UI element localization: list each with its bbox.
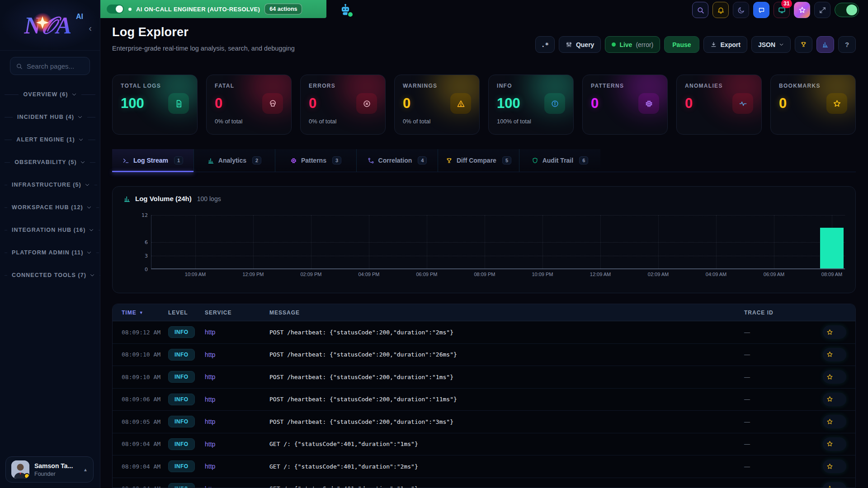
help-button[interactable]: ? <box>838 36 856 53</box>
stat-card-anomalies[interactable]: ANOMALIES 0 <box>676 75 762 135</box>
regex-button[interactable]: .* <box>535 36 555 53</box>
table-row[interactable]: 08:09:12 AM INFO http POST /heartbeat: {… <box>113 321 855 344</box>
stat-card-info[interactable]: INFO 100 100% of total <box>488 75 574 135</box>
sidebar-item-platform-admin-11[interactable]: PLATFORM ADMIN (11) <box>0 241 100 264</box>
tab-patterns[interactable]: Patterns 3 <box>275 149 356 172</box>
stat-card-warnings[interactable]: WARNINGS 0 0% of total <box>394 75 480 135</box>
expand-button[interactable] <box>814 2 830 18</box>
user-card[interactable]: Samson Ta... Founder ▲ <box>5 456 94 483</box>
app-logo[interactable]: N𝒪A AI <box>0 0 100 51</box>
gridline <box>600 215 601 268</box>
divider <box>5 185 7 185</box>
sidebar-item-label: WORKSPACE HUB (12) <box>12 204 83 211</box>
tab-correlation[interactable]: Correlation 4 <box>356 149 438 172</box>
volume-bar[interactable] <box>820 228 844 268</box>
table-row[interactable]: 08:09:10 AM INFO http POST /heartbeat: {… <box>113 344 855 366</box>
stat-value: 0 <box>403 95 410 112</box>
stat-card-total-logs[interactable]: TOTAL LOGS 100 <box>112 75 198 135</box>
sidebar-item-overview-6[interactable]: OVERVIEW (6) <box>0 83 100 106</box>
bell-button[interactable] <box>712 2 729 18</box>
bookmark-row-button[interactable] <box>823 370 846 384</box>
x-axis-tick: 12:09 AM <box>590 272 611 277</box>
git-branch-icon <box>368 157 374 164</box>
user-name: Samson Ta... <box>34 462 78 469</box>
x-axis-tick: 06:09 PM <box>416 272 437 277</box>
oncall-toggle[interactable] <box>107 5 124 14</box>
bookmark-row-button[interactable] <box>823 482 846 488</box>
divider <box>5 207 7 208</box>
query-button[interactable]: Query <box>559 36 601 53</box>
chevron-down-icon <box>89 227 94 233</box>
stat-card-errors[interactable]: ERRORS 0 0% of total <box>300 75 386 135</box>
tab-shortcut-badge: 4 <box>418 156 427 164</box>
format-select[interactable]: JSON <box>751 36 791 53</box>
sidebar-item-label: OVERVIEW (6) <box>23 91 68 98</box>
tab-log-stream[interactable]: Log Stream 1 <box>112 149 193 172</box>
bookmark-row-button[interactable] <box>823 437 846 451</box>
bookmark-row-button[interactable] <box>823 348 846 361</box>
tab-diff-compare[interactable]: Diff Compare 5 <box>438 149 519 172</box>
tab-analytics[interactable]: Analytics 2 <box>193 149 275 172</box>
chat-button[interactable] <box>753 2 769 18</box>
gridline <box>485 215 485 268</box>
bookmark-row-button[interactable] <box>823 460 846 473</box>
log-level-badge: INFO <box>168 349 195 361</box>
sidebar-item-label: CONNECTED TOOLS (7) <box>12 272 86 278</box>
sidebar-item-infrastructure-5[interactable]: INFRASTRUCTURE (5) <box>0 174 100 196</box>
sidebar-collapse-button[interactable]: ‹ <box>89 24 92 32</box>
chart-view-button[interactable] <box>816 36 834 53</box>
bookmark-row-button[interactable] <box>823 415 846 428</box>
oncall-actions-badge[interactable]: 64 actions <box>264 4 302 14</box>
search-input[interactable] <box>27 62 84 70</box>
column-header-time[interactable]: TIME ▼ <box>122 310 168 316</box>
column-header-message[interactable]: MESSAGE <box>269 310 744 316</box>
moon-button[interactable] <box>733 2 749 18</box>
column-header-service[interactable]: SERVICE <box>205 310 269 316</box>
cast-button[interactable]: 31 <box>774 2 790 18</box>
stat-card-patterns[interactable]: PATTERNS 0 <box>582 75 668 135</box>
theme-toggle[interactable] <box>835 3 859 17</box>
divider <box>90 162 95 163</box>
export-button[interactable]: Export <box>703 36 747 53</box>
sidebar-item-incident-hub-4[interactable]: INCIDENT HUB (4) <box>0 106 100 128</box>
achievements-button[interactable] <box>795 36 812 53</box>
stat-value: 0 <box>309 95 316 112</box>
sidebar-item-observability-5[interactable]: OBSERVABILITY (5) <box>0 151 100 174</box>
page-subtitle: Enterprise-grade real-time log analysis,… <box>112 45 295 52</box>
stat-card-bookmarks[interactable]: BOOKMARKS 0 <box>770 75 856 135</box>
table-row[interactable]: 08:09:10 AM INFO http POST /heartbeat: {… <box>113 366 855 389</box>
live-status-button[interactable]: Live (error) <box>605 36 660 53</box>
chevron-down-icon <box>86 250 92 255</box>
table-row[interactable]: 08:09:04 AM INFO http GET /: {"statusCod… <box>113 433 855 456</box>
column-header-trace-id[interactable]: TRACE ID <box>744 310 821 316</box>
gridline <box>311 215 311 268</box>
pause-button[interactable]: Pause <box>664 36 699 53</box>
stat-card-fatal[interactable]: FATAL 0 0% of total <box>206 75 292 135</box>
live-label: Live <box>619 41 632 48</box>
sort-desc-icon: ▼ <box>139 310 144 315</box>
column-header-level[interactable]: LEVEL <box>168 310 205 316</box>
search-button[interactable] <box>692 2 708 18</box>
bookmark-row-button[interactable] <box>823 325 846 339</box>
divider <box>5 253 7 253</box>
tab-shortcut-badge: 6 <box>579 156 588 164</box>
tab-audit-trail[interactable]: Audit Trail 6 <box>519 149 600 172</box>
star-button[interactable] <box>794 2 810 18</box>
table-row[interactable]: 08:09:05 AM INFO http POST /heartbeat: {… <box>113 411 855 433</box>
log-trace-id: — <box>744 351 821 358</box>
x-axis-tick: 04:09 PM <box>358 272 379 277</box>
table-row[interactable]: 08:09:04 AM INFO http GET /: {"statusCod… <box>113 478 855 488</box>
sidebar-item-connected-tools-7[interactable]: CONNECTED TOOLS (7) <box>0 264 100 286</box>
tab-label: Correlation <box>378 157 412 164</box>
chart-log-count: 100 logs <box>197 195 221 202</box>
bookmark-row-button[interactable] <box>823 393 846 406</box>
table-row[interactable]: 08:09:04 AM INFO http GET /: {"statusCod… <box>113 455 855 478</box>
ai-assistant-button[interactable] <box>336 1 354 19</box>
table-row[interactable]: 08:09:06 AM INFO http POST /heartbeat: {… <box>113 389 855 411</box>
sidebar-item-integration-hub-16[interactable]: INTEGRATION HUB (16) <box>0 219 100 241</box>
log-volume-chart[interactable]: 1263010:09 AM12:09 PM02:09 PM04:09 PM06:… <box>151 215 845 269</box>
topbar: AI ON-CALL ENGINEER (AUTO-RESOLVE) 64 ac… <box>100 0 868 20</box>
sidebar-item-workspace-hub-12[interactable]: WORKSPACE HUB (12) <box>0 196 100 219</box>
sidebar-item-alert-engine-1[interactable]: ALERT ENGINE (1) <box>0 128 100 151</box>
star-icon <box>826 396 833 403</box>
